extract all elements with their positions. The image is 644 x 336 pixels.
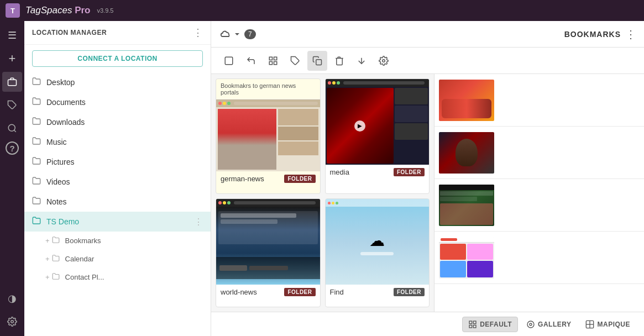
- file-card-find[interactable]: ☁ Find FOLDER: [325, 198, 430, 307]
- svg-rect-0: [8, 80, 17, 86]
- svg-rect-9: [269, 61, 272, 64]
- location-item-calendar[interactable]: + Calendar: [24, 250, 211, 268]
- briefcase-icon[interactable]: [2, 72, 22, 92]
- icon-sidebar: ☰ + ? ◑: [0, 21, 24, 336]
- svg-line-3: [14, 130, 15, 132]
- sub-folder-icon: [52, 254, 60, 264]
- menu-icon[interactable]: ☰: [2, 25, 22, 45]
- bottom-toolbar: DEFAULT GALLERY MAPIQUE: [211, 312, 644, 336]
- location-label-pictures: Pictures: [46, 158, 203, 166]
- app-version: v3.9.5: [97, 7, 114, 14]
- location-label-ts-demo: TS Demo: [46, 217, 194, 226]
- header-more-icon[interactable]: ⋮: [625, 28, 636, 41]
- expand-icon: +: [45, 273, 50, 281]
- location-label-bookmarks: Bookmarks: [65, 237, 203, 245]
- location-item-documents[interactable]: Documents ⋮: [24, 92, 211, 112]
- card-footer-find: Find FOLDER: [326, 285, 430, 300]
- ts-demo-folder-icon: [32, 216, 41, 227]
- app-title: TagSpaces Pro: [25, 5, 91, 16]
- bookmarks-title: BOOKMARKS: [564, 30, 621, 39]
- file-card-media[interactable]: ▶ media: [325, 78, 430, 194]
- connect-location-button[interactable]: CONNECT A LOCATION: [32, 50, 203, 67]
- app-logo: T: [6, 3, 20, 18]
- card-thumb-find: ☁: [326, 199, 430, 285]
- thumb-img-3: [439, 185, 494, 226]
- top-header: 7 BOOKMARKS ⋮: [211, 21, 644, 48]
- view-btn-mapique[interactable]: MAPIQUE: [579, 317, 636, 332]
- folder-icon: [32, 176, 41, 187]
- settings-icon[interactable]: [2, 312, 22, 332]
- sort-button[interactable]: [352, 51, 371, 71]
- folder-icon: [32, 97, 41, 108]
- card-footer-german-news: german-news FOLDER: [216, 171, 320, 186]
- back-button[interactable]: [241, 51, 261, 71]
- tag-icon[interactable]: [2, 95, 22, 115]
- location-item-ts-demo[interactable]: TS Demo ⋮: [24, 212, 211, 232]
- select-all-button[interactable]: [219, 51, 239, 71]
- svg-rect-7: [274, 57, 277, 60]
- location-label-documents: Documents: [46, 98, 203, 107]
- cloud-button[interactable]: [219, 29, 240, 39]
- thumb-row-1[interactable]: [434, 74, 644, 127]
- file-card-german-news[interactable]: Bookmakrs to german news portals: [216, 78, 321, 194]
- thumb-row-2[interactable]: [434, 127, 644, 179]
- folder-badge-find: FOLDER: [394, 288, 425, 296]
- location-item-pictures[interactable]: Pictures ⋮: [24, 152, 211, 172]
- location-item-notes[interactable]: Notes ⋮: [24, 192, 211, 212]
- location-item-videos[interactable]: Videos ⋮: [24, 172, 211, 192]
- location-item-downloads[interactable]: Downloads ⋮: [24, 112, 211, 132]
- svg-point-4: [11, 321, 14, 323]
- view-btn-default-label: DEFAULT: [480, 321, 512, 328]
- grid-view-button[interactable]: [263, 51, 283, 71]
- svg-point-18: [527, 321, 534, 328]
- settings-button[interactable]: [374, 51, 394, 71]
- help-icon[interactable]: ?: [6, 141, 19, 155]
- svg-point-13: [383, 59, 385, 62]
- location-label-downloads: Downloads: [46, 118, 203, 127]
- file-card-world-news[interactable]: world-news FOLDER: [216, 198, 321, 307]
- right-panel: [434, 74, 644, 312]
- cloud-count: 7: [244, 29, 256, 39]
- files-area: Bookmakrs to german news portals: [211, 74, 644, 312]
- location-manager-menu-icon[interactable]: ⋮: [193, 27, 203, 39]
- svg-point-2: [8, 124, 15, 131]
- location-item-music[interactable]: Music ⋮: [24, 132, 211, 152]
- folder-icon: [32, 77, 41, 88]
- svg-rect-16: [473, 325, 476, 328]
- card-name-media: media: [330, 168, 349, 176]
- tag-button[interactable]: [285, 51, 305, 71]
- folder-icon: [32, 136, 41, 148]
- app-titlebar: T TagSpaces Pro v3.9.5: [0, 0, 644, 21]
- location-item-bookmarks[interactable]: + Bookmarks: [24, 232, 211, 250]
- location-menu-ts-demo[interactable]: ⋮: [194, 217, 203, 227]
- theme-icon[interactable]: ◑: [2, 288, 22, 308]
- delete-button[interactable]: [329, 51, 349, 71]
- card-header-german-news: Bookmakrs to german news portals: [216, 79, 320, 99]
- thumb-img-1: [439, 80, 494, 121]
- view-btn-gallery-label: GALLERY: [538, 321, 571, 328]
- svg-rect-15: [473, 321, 476, 324]
- add-icon[interactable]: +: [2, 49, 22, 69]
- expand-icon: +: [45, 255, 50, 263]
- card-thumb-world-news: [216, 199, 320, 285]
- view-btn-gallery[interactable]: GALLERY: [520, 317, 577, 332]
- svg-rect-8: [274, 61, 277, 64]
- view-btn-default[interactable]: DEFAULT: [462, 317, 518, 332]
- folder-icon: [32, 117, 41, 128]
- location-list: Desktop ⋮ Documents ⋮ Downloads ⋮: [24, 72, 211, 336]
- card-footer-media: media FOLDER: [326, 165, 430, 180]
- location-label-desktop: Desktop: [46, 78, 203, 87]
- copy-button[interactable]: [307, 51, 327, 71]
- folder-badge-german-news: FOLDER: [284, 175, 315, 183]
- svg-point-19: [530, 323, 532, 326]
- svg-rect-5: [225, 57, 233, 65]
- thumb-row-3[interactable]: [434, 179, 644, 232]
- location-item-desktop[interactable]: Desktop ⋮: [24, 72, 211, 92]
- thumb-row-4[interactable]: [434, 232, 644, 284]
- search-icon[interactable]: [2, 118, 22, 138]
- thumb-img-2: [439, 132, 494, 174]
- folder-badge-media: FOLDER: [394, 168, 425, 176]
- location-item-contact-pl[interactable]: + Contact Pl...: [24, 268, 211, 286]
- card-name-german-news: german-news: [221, 175, 264, 183]
- folder-icon: [32, 156, 41, 167]
